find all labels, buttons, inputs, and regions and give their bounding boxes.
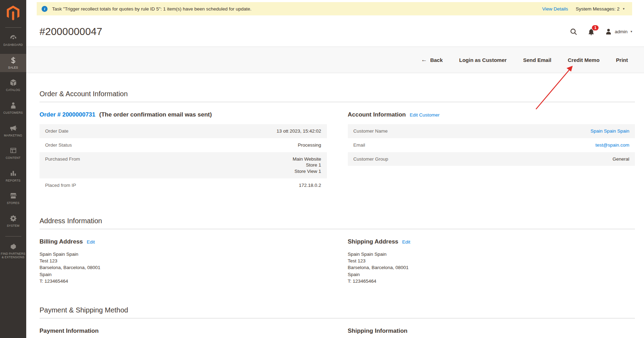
section-title-address: Address Information	[40, 217, 635, 229]
table-row: Customer Group General	[348, 152, 635, 166]
dashboard-icon	[9, 34, 17, 41]
table-row: Customer Name Spain Spain Spain	[348, 124, 635, 138]
address-line: Test 123	[40, 258, 327, 264]
chevron-down-icon: ▼	[630, 30, 633, 33]
row-label: Email	[348, 138, 474, 152]
sidebar-item-sales[interactable]: SALES	[0, 54, 26, 72]
sidebar-item-marketing[interactable]: MARKETING	[0, 122, 26, 140]
back-arrow-icon: ←	[421, 56, 427, 63]
address-line: T: 123465464	[348, 278, 635, 284]
back-button-label: Back	[430, 57, 443, 63]
order-number-link[interactable]: Order # 2000000731	[40, 111, 95, 118]
system-messages-label: System Messages: 2	[576, 6, 620, 12]
page-title: #2000000047	[40, 26, 102, 37]
sidebar-item-label: CONTENT	[6, 156, 20, 160]
table-row: Email test@spain.com	[348, 138, 635, 152]
shipping-address-text: Spain Spain Spain Test 123 Barselona, Ba…	[348, 251, 635, 284]
address-line: Spain Spain Spain	[348, 251, 635, 258]
admin-account-menu[interactable]: admin ▼	[605, 28, 633, 35]
customers-icon	[9, 101, 17, 109]
table-row: Purchased From Main Website Store 1 Stor…	[40, 152, 327, 178]
search-icon[interactable]	[570, 28, 578, 36]
chevron-down-icon: ▼	[622, 7, 625, 10]
sidebar-item-system[interactable]: SYSTEM	[0, 212, 26, 231]
sidebar-item-label: DASHBOARD	[3, 43, 23, 47]
content-icon	[9, 147, 17, 154]
account-information-column: Account Information Edit Customer Custom…	[348, 102, 635, 192]
sidebar-item-reports[interactable]: REPORTS	[0, 167, 26, 185]
system-messages-dropdown[interactable]: System Messages: 2 ▼	[576, 6, 625, 12]
order-information-column: Order # 2000000731 (The order confirmati…	[40, 102, 327, 192]
view-details-link[interactable]: View Details	[542, 6, 568, 12]
sidebar-item-label: SYSTEM	[7, 224, 19, 228]
order-confirmation-note: (The order confirmation email was sent)	[99, 111, 212, 118]
sidebar-item-label: FIND PARTNERS & EXTENSIONS	[1, 252, 26, 259]
address-line: Spain	[348, 271, 635, 278]
billing-address-edit-link[interactable]: Edit	[87, 239, 95, 245]
row-label: Order Status	[40, 138, 166, 152]
user-icon	[605, 28, 612, 35]
reports-icon	[9, 169, 17, 177]
system-icon	[9, 214, 17, 222]
table-row: Placed from IP 172.18.0.2	[40, 178, 327, 192]
row-label: Customer Group	[348, 152, 474, 166]
order-information-header: Order # 2000000731 (The order confirmati…	[40, 111, 327, 118]
sidebar-item-find-partners[interactable]: FIND PARTNERS & EXTENSIONS	[0, 240, 26, 262]
shipping-information-title: Shipping Information	[348, 328, 635, 335]
sidebar-item-customers[interactable]: CUSTOMERS	[0, 99, 26, 118]
admin-sidebar: DASHBOARD SALES CATALOG CUSTOMERS MARKET…	[0, 0, 26, 338]
address-line: Spain	[40, 271, 327, 278]
customer-name-link[interactable]: Spain Spain Spain	[591, 128, 629, 134]
admin-username: admin	[615, 29, 628, 34]
shipping-address-edit-link[interactable]: Edit	[402, 239, 410, 245]
shipping-information-column: Shipping Information Flat Rate - Fixed T…	[348, 318, 635, 338]
stores-icon	[9, 192, 17, 199]
sidebar-item-label: CUSTOMERS	[3, 111, 23, 115]
sidebar-item-label: REPORTS	[6, 179, 20, 183]
shipping-address-column: Shipping Address Edit Spain Spain Spain …	[348, 229, 635, 284]
account-information-table: Customer Name Spain Spain Spain Email te…	[348, 124, 635, 166]
main-area: i Task "Trigger recollect totals for quo…	[26, 2, 644, 338]
magento-logo-icon	[7, 6, 20, 20]
billing-address-title: Billing Address	[40, 238, 83, 245]
system-message-bar: i Task "Trigger recollect totals for quo…	[37, 2, 632, 15]
row-value: Processing	[166, 138, 327, 152]
login-as-customer-button[interactable]: Login as Customer	[459, 57, 507, 63]
row-label: Order Date	[40, 124, 166, 138]
account-information-title: Account Information	[348, 111, 406, 118]
catalog-icon	[9, 79, 17, 86]
sidebar-item-label: SALES	[8, 66, 18, 70]
print-button[interactable]: Print	[616, 57, 628, 63]
sidebar-item-catalog[interactable]: CATALOG	[0, 76, 26, 95]
row-value: General	[474, 152, 635, 166]
magento-logo[interactable]	[7, 0, 20, 26]
edit-customer-link[interactable]: Edit Customer	[410, 112, 440, 118]
row-label: Purchased From	[40, 152, 166, 178]
sales-icon	[9, 56, 17, 64]
sidebar-item-label: CATALOG	[6, 88, 20, 92]
customer-email-link[interactable]: test@spain.com	[595, 142, 629, 148]
billing-address-header: Billing Address Edit	[40, 238, 327, 245]
sidebar-item-label: MARKETING	[4, 134, 22, 138]
credit-memo-button[interactable]: Credit Memo	[568, 57, 600, 63]
sidebar-item-stores[interactable]: STORES	[0, 189, 26, 208]
page-header: #2000000047 1 admin ▼	[26, 15, 644, 37]
shipping-address-header: Shipping Address Edit	[348, 238, 635, 245]
back-button[interactable]: ← Back	[421, 56, 443, 63]
order-information-table: Order Date 13 ott 2023, 15:42:02 Order S…	[40, 124, 327, 192]
send-email-button[interactable]: Send Email	[523, 57, 551, 63]
address-line: Spain Spain Spain	[40, 251, 327, 258]
sidebar-item-dashboard[interactable]: DASHBOARD	[0, 31, 26, 50]
row-label: Customer Name	[348, 124, 474, 138]
row-value: 13 ott 2023, 15:42:02	[166, 124, 327, 138]
section-title-payment-shipping: Payment & Shipping Method	[40, 306, 635, 318]
notifications-bell[interactable]: 1	[587, 28, 595, 36]
sidebar-item-content[interactable]: CONTENT	[0, 144, 26, 163]
page-actions-toolbar: ← Back Login as Customer Send Email Cred…	[26, 47, 644, 73]
billing-address-text: Spain Spain Spain Test 123 Barselona, Ba…	[40, 251, 327, 284]
section-title-order-account: Order & Account Information	[40, 90, 635, 102]
address-line: Barselona, Barcelona, 08001	[348, 264, 635, 271]
row-value: Main Website Store 1 Store View 1	[166, 152, 327, 178]
order-view-content: Order & Account Information Order # 2000…	[26, 90, 644, 338]
payment-information-title: Payment Information	[40, 328, 327, 335]
